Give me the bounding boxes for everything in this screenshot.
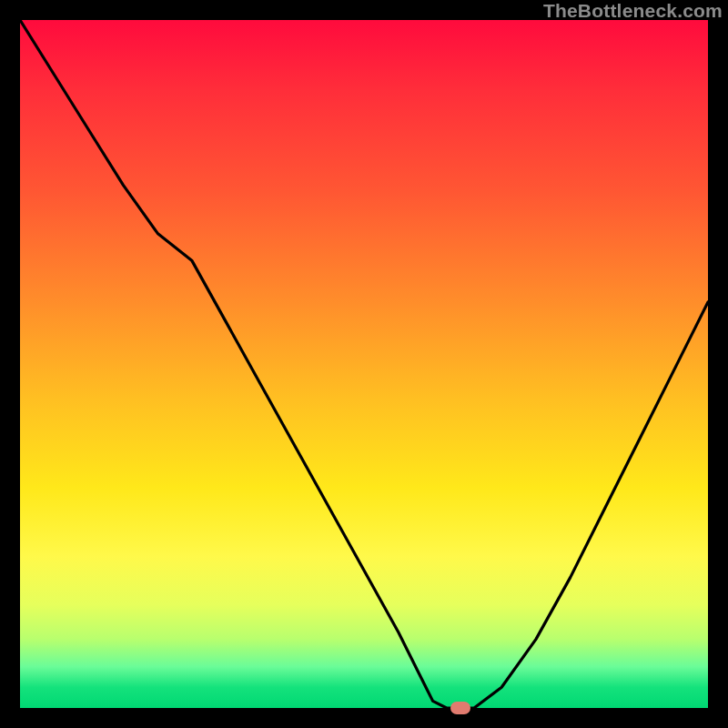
bottleneck-curve (20, 20, 708, 708)
watermark-text: TheBottleneck.com (543, 0, 723, 22)
plot-area (20, 20, 708, 708)
optimal-point-marker (450, 702, 470, 714)
chart-stage: TheBottleneck.com (0, 0, 728, 728)
